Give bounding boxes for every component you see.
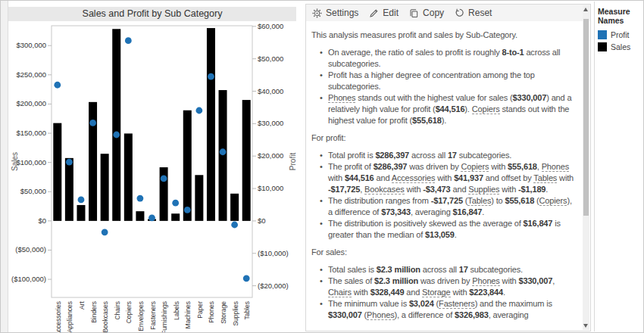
sales-bar-accessories[interactable]	[53, 123, 61, 221]
sales-bar-supplies[interactable]	[230, 194, 239, 221]
sales-bar-art[interactable]	[77, 205, 85, 221]
profit-dot-envelopes[interactable]	[137, 195, 144, 202]
sales-bar-bookcases[interactable]	[101, 154, 109, 221]
category-link[interactable]: Copiers	[539, 196, 567, 206]
story-text: The distribution ranges from	[328, 196, 431, 205]
profit-dot-fasteners[interactable]	[148, 214, 155, 221]
sales-heading: For sales:	[311, 247, 578, 258]
profit-dot-tables[interactable]	[243, 275, 250, 282]
right-axis-tick-label: $30,000	[258, 119, 283, 127]
dual-axis-chart: ($100,000)($50,000)$0$50,000$100,000$150…	[1, 1, 304, 333]
story-text: with	[352, 288, 370, 297]
sales-bar-labels[interactable]	[171, 213, 180, 221]
profit-dot-machines[interactable]	[184, 207, 191, 213]
profit-dot-copiers[interactable]	[125, 37, 132, 44]
category-link[interactable]: Storage	[422, 288, 450, 297]
category-link[interactable]: Phones	[472, 276, 499, 286]
sales-bar-tables[interactable]	[242, 100, 251, 221]
profit-dot-bookcases[interactable]	[102, 229, 108, 235]
story-bullet: The distribution is positively skewed as…	[328, 218, 578, 241]
right-axis-tick-label: ($20,000)	[258, 282, 289, 290]
copy-button[interactable]: Copy	[409, 8, 444, 18]
story-text: with	[405, 185, 424, 194]
reset-icon	[455, 8, 464, 18]
category-link[interactable]: Fasteners	[439, 299, 475, 309]
story-value: $55,618	[505, 196, 534, 205]
sales-bar-storage[interactable]	[219, 90, 227, 221]
left-axis-tick-label: $200,000	[16, 99, 46, 107]
category-link[interactable]: Tables	[467, 196, 491, 206]
pencil-icon	[369, 8, 379, 18]
story-text: across all	[409, 151, 448, 160]
reset-button[interactable]: Reset	[455, 8, 492, 18]
profit-dot-supplies[interactable]	[231, 222, 238, 229]
scroll-up-arrow-icon[interactable]	[583, 8, 588, 11]
story-text: .	[503, 288, 505, 297]
category-link[interactable]: Supplies	[468, 185, 499, 195]
story-bullet: Total profit is $286,397 across all 17 s…	[328, 150, 578, 161]
profit-dot-appliances[interactable]	[66, 159, 73, 166]
story-value: $328,449	[370, 288, 405, 297]
category-label: Art	[78, 300, 86, 310]
story-text: .	[455, 230, 457, 239]
category-link[interactable]: Accessories	[392, 173, 436, 183]
scrollbar-thumb[interactable]	[583, 19, 589, 216]
story-content: This analysis measures profit and sales …	[306, 21, 580, 321]
left-axis-tick-label: ($100,000)	[11, 275, 46, 283]
profit-dot-binders[interactable]	[89, 120, 96, 126]
profit-dot-storage[interactable]	[220, 148, 227, 155]
profit-dot-accessories[interactable]	[54, 82, 61, 89]
sales-bar-appliances[interactable]	[65, 158, 73, 221]
sales-bar-phones[interactable]	[207, 28, 215, 221]
category-link[interactable]: Chairs	[328, 288, 352, 297]
left-axis-tick-label: $250,000	[16, 70, 46, 79]
legend-item-sales[interactable]: Sales	[598, 42, 644, 51]
sales-bar-machines[interactable]	[183, 110, 192, 221]
sales-bar-copiers[interactable]	[124, 133, 133, 220]
sales-bar-paper[interactable]	[195, 175, 203, 221]
category-link[interactable]: Copiers	[461, 162, 489, 172]
category-link[interactable]: Phones	[542, 162, 569, 172]
category-label: Fasteners	[149, 301, 157, 330]
category-label: Storage	[220, 301, 227, 324]
edit-button[interactable]: Edit	[369, 8, 399, 18]
story-text: ), a difference of	[395, 310, 455, 319]
legend-title: Measure Names	[598, 7, 644, 25]
profit-dot-paper[interactable]	[195, 107, 202, 114]
category-label: Furnishings	[161, 301, 168, 333]
story-text: with	[435, 173, 454, 182]
legend-card: Measure Names ProfitSales	[594, 2, 644, 331]
story-text: and	[451, 185, 469, 194]
category-link[interactable]: Phones	[367, 310, 394, 320]
story-text: .	[546, 185, 548, 194]
category-link[interactable]: Bookcases	[364, 185, 404, 195]
story-text: ,	[552, 276, 555, 285]
sales-bar-envelopes[interactable]	[136, 211, 144, 221]
profit-dot-art[interactable]	[78, 197, 85, 204]
profit-dot-phones[interactable]	[208, 73, 214, 80]
story-text: with	[489, 162, 508, 171]
category-link[interactable]: Tables	[533, 173, 557, 183]
story-text: The sales of	[328, 276, 374, 285]
sales-bar-chairs[interactable]	[112, 29, 120, 221]
right-axis-tick-label: $0	[258, 216, 266, 225]
story-value: $55,618	[412, 116, 442, 125]
profit-dot-labels[interactable]	[172, 200, 179, 207]
legend-item-profit[interactable]: Profit	[598, 30, 644, 39]
settings-button[interactable]: Settings	[312, 8, 358, 18]
profit-dot-chairs[interactable]	[113, 132, 120, 138]
category-link[interactable]: Copiers	[472, 104, 500, 114]
story-value: -$3,473	[423, 185, 450, 194]
right-axis-tick-label: $40,000	[258, 87, 283, 95]
right-axis-tick-label: $10,000	[258, 184, 283, 192]
story-text: ) and the maximum is	[475, 299, 552, 308]
category-link[interactable]: Phones	[328, 93, 355, 103]
profit-dot-furnishings[interactable]	[161, 176, 167, 182]
story-text: with	[328, 173, 345, 182]
data-story-panel: Settings Edit Copy Reset This analysis m…	[305, 4, 591, 331]
profit-heading: For profit:	[311, 132, 578, 144]
story-scrollbar[interactable]	[583, 5, 589, 330]
scroll-down-arrow-icon[interactable]	[583, 324, 588, 328]
story-value: $3,024	[409, 299, 434, 308]
story-value: -$17,725	[431, 196, 463, 205]
